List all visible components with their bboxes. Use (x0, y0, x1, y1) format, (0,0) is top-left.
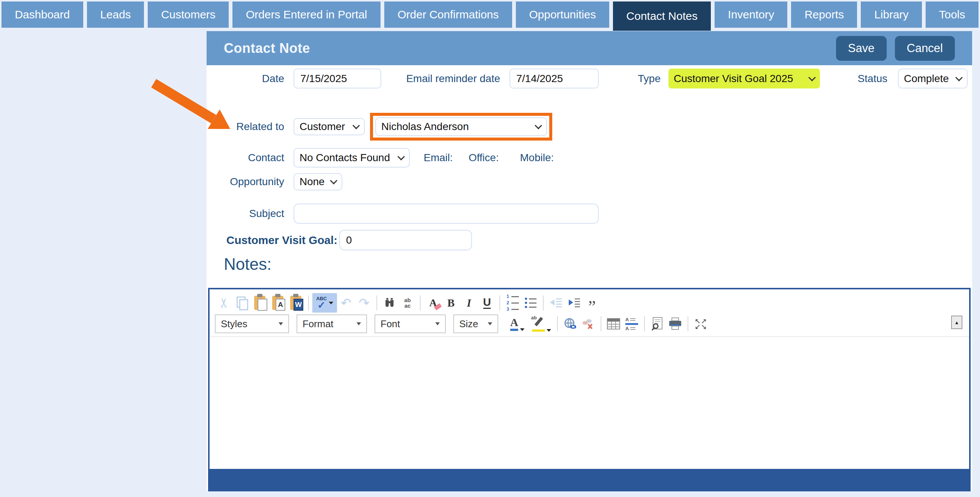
chevron-down-icon (352, 122, 360, 129)
nav-tab-tools[interactable]: Tools (926, 2, 978, 28)
status-label: Status (829, 68, 888, 89)
nav-tab-library[interactable]: Library (861, 2, 922, 28)
decrease-indent-button[interactable] (547, 294, 565, 312)
italic-button[interactable]: I (460, 294, 478, 312)
contact-mobile-label: Mobile: (520, 148, 569, 168)
nav-tab-leads[interactable]: Leads (87, 2, 144, 28)
nav-tab-contact-notes[interactable]: Contact Notes (613, 2, 711, 31)
format-dropdown[interactable]: Format (297, 314, 367, 333)
contact-label: Contact (207, 148, 284, 168)
insert-link-button[interactable] (561, 314, 579, 333)
find-button[interactable] (380, 294, 399, 312)
bold-icon: B (447, 297, 454, 309)
undo-icon: ↶ (341, 295, 352, 310)
styles-dropdown[interactable]: Styles (215, 314, 289, 333)
cut-icon: ✂ (216, 298, 231, 308)
editor-toolbar: ✂ A W ABC ✓ ↶ ↷ (210, 289, 969, 337)
chevron-down-icon (329, 302, 333, 304)
chevron-down-icon (435, 322, 440, 326)
chevron-down-icon (535, 122, 542, 129)
top-navigation: Dashboard Leads Customers Orders Entered… (2, 2, 978, 31)
increase-indent-button[interactable] (565, 294, 583, 312)
related-to-kind-select[interactable]: Customer (294, 118, 365, 135)
print-button[interactable] (666, 314, 684, 333)
subject-input[interactable] (294, 203, 599, 224)
numbered-list-icon: 1 2 3 (506, 294, 519, 311)
insert-table-button[interactable] (605, 314, 623, 333)
paste-word-icon: W (290, 296, 301, 310)
editor-toolbar-row-1: ✂ A W ABC ✓ ↶ ↷ (215, 293, 964, 313)
blockquote-button[interactable]: ” (583, 294, 601, 312)
nav-tab-reports[interactable]: Reports (791, 2, 857, 28)
table-icon (607, 318, 620, 329)
increase-indent-icon (567, 298, 581, 308)
insert-horizontal-rule-button[interactable]: A A (623, 314, 641, 333)
preview-button[interactable] (648, 314, 666, 333)
contact-select-value: No Contacts Found (299, 152, 390, 164)
notes-heading: Notes: (224, 255, 271, 274)
font-dropdown[interactable]: Font (374, 314, 446, 333)
undo-button[interactable]: ↶ (337, 294, 355, 312)
customer-visit-goal-label: Customer Visit Goal: (207, 230, 337, 250)
preview-icon (651, 317, 663, 330)
contact-note-form: Date Email reminder date Type Customer V… (207, 65, 972, 491)
underline-button[interactable]: U (478, 294, 496, 312)
related-to-label: Related to (207, 118, 284, 135)
notes-editor-content[interactable] (210, 337, 969, 469)
remove-format-button[interactable]: A (424, 294, 442, 312)
type-label: Type (600, 68, 660, 89)
paste-button[interactable] (251, 294, 269, 312)
collapse-toolbar-button[interactable]: ▲ (951, 316, 963, 329)
copy-button[interactable] (233, 294, 251, 312)
chevron-down-icon (955, 74, 963, 81)
replace-button[interactable]: ab ac (399, 294, 417, 312)
opportunity-select[interactable]: None (294, 173, 342, 191)
nav-tab-opportunities[interactable]: Opportunities (516, 2, 609, 28)
nav-tab-order-confirmations[interactable]: Order Confirmations (384, 2, 512, 28)
related-to-entity-select[interactable]: Nicholas Anderson (375, 118, 547, 136)
cancel-button[interactable]: Cancel (895, 36, 955, 61)
paste-as-plain-text-button[interactable]: A (269, 294, 287, 312)
page-title: Contact Note (224, 40, 310, 56)
crm-app: { "nav": { "tabs": [ {"label": "Dashboar… (0, 0, 980, 497)
unlink-icon (581, 318, 595, 330)
contact-select[interactable]: No Contacts Found (294, 148, 410, 168)
spell-check-button[interactable]: ABC ✓ (312, 293, 337, 313)
unlink-button[interactable] (579, 314, 597, 333)
find-binoculars-icon (384, 297, 395, 308)
contact-email-label: Email: (424, 148, 469, 168)
date-label: Date (207, 68, 284, 89)
background-color-button[interactable]: ab (529, 314, 554, 333)
copy-icon (237, 297, 247, 309)
customer-visit-goal-input[interactable] (339, 230, 472, 250)
redo-button[interactable]: ↷ (355, 294, 373, 312)
editor-bottom-bar (210, 469, 969, 491)
text-color-icon: A (510, 317, 525, 331)
paste-icon (254, 296, 266, 310)
annotation-highlight-box: Nicholas Anderson (370, 113, 552, 141)
nav-tab-dashboard[interactable]: Dashboard (2, 2, 83, 28)
nav-tab-customers[interactable]: Customers (148, 2, 229, 28)
panel-header: Contact Note Save Cancel (207, 31, 972, 65)
cut-button[interactable]: ✂ (215, 294, 233, 312)
email-reminder-date-input[interactable] (509, 68, 599, 89)
redo-icon: ↷ (359, 295, 370, 310)
contact-office-label: Office: (469, 148, 514, 168)
size-dropdown[interactable]: Size (453, 314, 498, 333)
editor-toolbar-row-2: Styles Format Font Size A (215, 314, 964, 333)
link-globe-icon (563, 317, 577, 330)
paste-from-word-button[interactable]: W (287, 294, 305, 312)
status-select[interactable]: Complete (898, 68, 967, 89)
nav-tab-inventory[interactable]: Inventory (714, 2, 787, 28)
maximize-button[interactable]: ↖ ↗ ↙ ↘ (692, 314, 710, 333)
numbered-list-button[interactable]: 1 2 3 (503, 294, 522, 312)
bulleted-list-button[interactable] (522, 294, 539, 312)
nav-tab-orders-entered-in-portal[interactable]: Orders Entered in Portal (232, 2, 380, 28)
type-select[interactable]: Customer Visit Goal 2025 (668, 68, 820, 89)
text-color-button[interactable]: A (506, 314, 529, 333)
replace-icon: ab ac (404, 297, 411, 308)
related-to-entity-value: Nicholas Anderson (381, 121, 469, 133)
horizontal-rule-icon: A A (625, 317, 638, 331)
save-button[interactable]: Save (836, 36, 887, 61)
bold-button[interactable]: B (442, 294, 460, 312)
